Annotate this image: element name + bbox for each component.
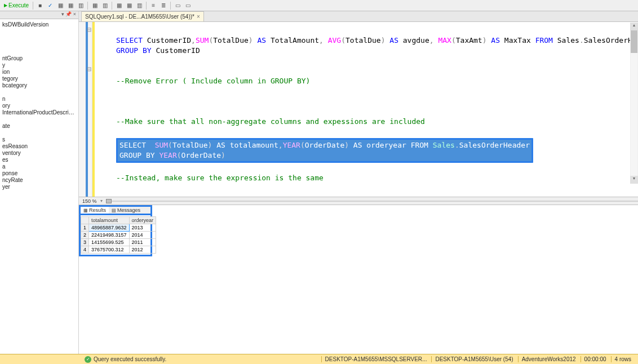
table-header-row: totalamount orderyear — [81, 217, 156, 224]
results-tab[interactable]: ▦ Results — [81, 207, 109, 214]
close-icon[interactable]: × — [197, 14, 200, 20]
tool-icon-2[interactable]: ▦ — [66, 1, 75, 10]
execute-label: Execute — [8, 2, 29, 8]
col-orderyear[interactable]: orderyear — [129, 217, 156, 224]
tree-item[interactable]: ory — [1, 103, 77, 109]
comment-icon[interactable]: ▭ — [173, 1, 182, 10]
messages-tab[interactable]: ▤ Messages — [109, 207, 143, 214]
results-grid-wrap: totalamount orderyear 1 48965887.9632 20… — [79, 215, 152, 256]
debug-button[interactable]: ■ — [36, 1, 45, 10]
tree-item[interactable]: es — [1, 157, 77, 163]
tree-item[interactable]: InternationalProductDescription — [1, 109, 77, 116]
status-time: 00:00:00 — [581, 356, 610, 362]
col-rownum[interactable] — [81, 217, 89, 224]
success-icon: ✓ — [85, 356, 91, 363]
results-grid[interactable]: totalamount orderyear 1 48965887.9632 20… — [81, 216, 156, 254]
tree-item[interactable]: bcategory — [1, 82, 77, 89]
editor-tabbar: SQLQuery1.sql - DE...A1M5655\User (54))*… — [79, 11, 638, 22]
tree-item[interactable]: n — [1, 96, 77, 103]
scroll-thumb[interactable] — [631, 30, 637, 53]
selected-query: SELECT SUM(TotalDue) AS totalamount,YEAR… — [116, 138, 533, 163]
col-totalamount[interactable]: totalamount — [89, 217, 130, 224]
table-row[interactable]: 3 14155699.525 2011 — [81, 239, 156, 246]
tool-icon-7[interactable]: ▦ — [125, 1, 134, 10]
scroll-down-icon[interactable]: ▾ — [630, 176, 638, 184]
horizontal-scrollbar-thumb[interactable] — [106, 199, 112, 203]
tool-icon-4[interactable]: ▦ — [90, 1, 99, 10]
sidebar-header: ▾ 📌 × — [0, 11, 78, 19]
tool-icon-3[interactable]: ▥ — [76, 1, 85, 10]
tree-item[interactable]: ponse — [1, 170, 77, 177]
toolbar: Execute ■ ✓ ▦ ▦ ▥ ▦ ▥ ▦ ▦ ▥ ≡ ≣ ▭ ▭ — [0, 0, 638, 11]
tree-item[interactable]: tegory — [1, 76, 77, 82]
results-pane: ▦ Results ▤ Messages totalamount orderye… — [79, 205, 638, 364]
status-db: AdventureWorks2012 — [518, 356, 579, 362]
status-server: DESKTOP-A1M5655\MSSQLSERVER... — [321, 356, 431, 362]
tree-item[interactable]: s — [1, 136, 77, 143]
editor-tab[interactable]: SQLQuery1.sql - DE...A1M5655\User (54))*… — [81, 11, 204, 21]
tree-item[interactable]: yer — [1, 184, 77, 190]
grid-icon: ▦ — [83, 208, 88, 213]
status-message: Query executed successfully. — [94, 356, 166, 362]
editor-gutter — [79, 22, 92, 197]
uncomment-icon[interactable]: ▭ — [183, 1, 192, 10]
status-user: DESKTOP-A1M5655\User (54) — [431, 356, 516, 362]
horizontal-scrollbar-track[interactable] — [107, 201, 638, 202]
editor-column: SQLQuery1.sql - DE...A1M5655\User (54))*… — [79, 11, 638, 364]
messages-tab-label: Messages — [117, 207, 140, 213]
status-rows: 4 rows — [611, 356, 635, 362]
tree-item[interactable]: ate — [1, 123, 77, 130]
fold-icon[interactable]: ⊟ — [87, 66, 91, 72]
tree-item[interactable]: ventory — [1, 150, 77, 157]
status-bar: ✓ Query executed successfully. DESKTOP-A… — [0, 354, 638, 364]
indent-icon[interactable]: ≡ — [149, 1, 158, 10]
tree-item[interactable]: ion — [1, 69, 77, 76]
editor-wrap: ⊟ ⊟ SELECT CustomerID,SUM(TotalDue) AS T… — [79, 22, 638, 364]
tool-icon-6[interactable]: ▦ — [114, 1, 123, 10]
object-tree[interactable]: ksDWBuildVersion ntGroup y ion tegory bc… — [0, 19, 78, 356]
tool-icon-8[interactable]: ▥ — [135, 1, 144, 10]
tab-title: SQLQuery1.sql - DE...A1M5655\User (54))* — [85, 14, 194, 20]
tree-item[interactable]: ksDWBuildVersion — [1, 21, 77, 28]
sql-editor[interactable]: ⊟ ⊟ SELECT CustomerID,SUM(TotalDue) AS T… — [79, 22, 638, 197]
check-button[interactable]: ✓ — [46, 1, 55, 10]
scroll-up-icon[interactable]: ▴ — [630, 23, 638, 30]
object-explorer: ▾ 📌 × ksDWBuildVersion ntGroup y ion teg… — [0, 11, 79, 364]
tool-icon-5[interactable]: ▥ — [100, 1, 109, 10]
table-row[interactable]: 1 48965887.9632 2013 — [81, 224, 156, 232]
results-tab-label: Results — [89, 207, 106, 213]
code-area[interactable]: SELECT CustomerID,SUM(TotalDue) AS Total… — [110, 22, 638, 197]
tree-item[interactable]: ncyRate — [1, 177, 77, 184]
tree-item[interactable]: ntGroup — [1, 55, 77, 62]
zoom-bar: 150 % ▾ — [79, 197, 638, 205]
tool-icon-1[interactable]: ▦ — [56, 1, 65, 10]
zoom-value[interactable]: 150 % — [79, 198, 100, 204]
execute-button[interactable]: Execute — [2, 1, 30, 10]
main-layout: ▾ 📌 × ksDWBuildVersion ntGroup y ion teg… — [0, 11, 638, 364]
fold-icon[interactable]: ⊟ — [87, 26, 91, 33]
outdent-icon[interactable]: ≣ — [159, 1, 168, 10]
message-icon: ▤ — [112, 208, 116, 213]
tree-item[interactable]: a — [1, 163, 77, 170]
pin-icon[interactable]: ▾ 📌 × — [61, 11, 76, 19]
table-row[interactable]: 2 22419498.3157 2014 — [81, 232, 156, 239]
table-row[interactable]: 4 37675700.312 2012 — [81, 246, 156, 254]
tree-item[interactable]: esReason — [1, 143, 77, 150]
results-tabs: ▦ Results ▤ Messages — [79, 205, 152, 215]
tree-item[interactable]: y — [1, 62, 77, 69]
editor-scrollbar[interactable]: ▴ ▾ — [630, 23, 638, 184]
